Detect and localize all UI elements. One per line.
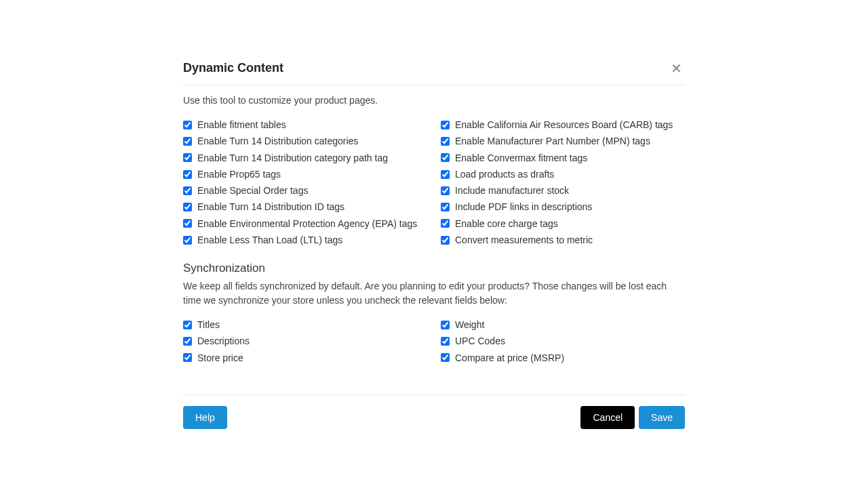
option-label[interactable]: Convert measurements to metric (455, 233, 593, 247)
save-button[interactable]: Save (639, 406, 685, 429)
sync-option-label[interactable]: Descriptions (197, 334, 250, 348)
options-column-right: Enable California Air Resources Board (C… (441, 118, 685, 249)
sync-option-row: Compare at price (MSRP) (441, 351, 685, 365)
option-row: Enable Convermax fitment tags (441, 151, 685, 165)
sync-description: We keep all fields synchronized by defau… (183, 279, 685, 307)
option-row: Enable Turn 14 Distribution categories (183, 134, 427, 148)
option-checkbox[interactable] (441, 153, 450, 162)
sync-option-checkbox[interactable] (183, 337, 192, 346)
option-label[interactable]: Enable California Air Resources Board (C… (455, 118, 673, 131)
option-checkbox[interactable] (441, 219, 450, 228)
options-grid: Enable fitment tablesEnable Turn 14 Dist… (183, 118, 685, 249)
sync-option-row: UPC Codes (441, 334, 685, 348)
dynamic-content-modal: Dynamic Content ✕ Use this tool to custo… (183, 61, 685, 429)
sync-option-checkbox[interactable] (441, 353, 450, 362)
option-row: Enable Manufacturer Part Number (MPN) ta… (441, 134, 685, 148)
option-row: Include manufacturer stock (441, 184, 685, 197)
modal-header: Dynamic Content ✕ (183, 61, 685, 85)
option-label[interactable]: Enable Less Than Load (LTL) tags (197, 233, 342, 247)
option-label[interactable]: Include PDF links in descriptions (455, 200, 592, 214)
sync-option-checkbox[interactable] (183, 321, 192, 329)
option-row: Enable Turn 14 Distribution category pat… (183, 151, 427, 165)
option-label[interactable]: Enable Turn 14 Distribution category pat… (197, 151, 388, 165)
option-row: Enable Prop65 tags (183, 167, 427, 181)
modal-footer: Help Cancel Save (183, 394, 685, 429)
option-checkbox[interactable] (441, 170, 450, 179)
option-row: Convert measurements to metric (441, 233, 685, 247)
option-label[interactable]: Enable fitment tables (197, 118, 286, 131)
option-label[interactable]: Include manufacturer stock (455, 184, 569, 197)
option-checkbox[interactable] (183, 203, 192, 211)
sync-option-label[interactable]: Store price (197, 351, 243, 365)
option-label[interactable]: Load products as drafts (455, 167, 554, 181)
option-checkbox[interactable] (183, 153, 192, 162)
option-checkbox[interactable] (183, 137, 192, 146)
option-row: Enable fitment tables (183, 118, 427, 131)
option-checkbox[interactable] (441, 203, 450, 211)
sync-option-checkbox[interactable] (441, 337, 450, 346)
option-checkbox[interactable] (183, 170, 192, 179)
options-column-left: Enable fitment tablesEnable Turn 14 Dist… (183, 118, 427, 249)
sync-title: Synchronization (183, 262, 685, 275)
option-label[interactable]: Enable Manufacturer Part Number (MPN) ta… (455, 134, 650, 148)
option-label[interactable]: Enable Special Order tags (197, 184, 308, 197)
sync-option-label[interactable]: Compare at price (MSRP) (455, 351, 564, 365)
sync-grid: TitlesDescriptionsStore price WeightUPC … (183, 318, 685, 367)
sync-option-row: Store price (183, 351, 427, 365)
sync-column-right: WeightUPC CodesCompare at price (MSRP) (441, 318, 685, 367)
sync-option-label[interactable]: Titles (197, 318, 220, 331)
option-checkbox[interactable] (183, 236, 192, 245)
close-icon: ✕ (671, 61, 682, 76)
option-label[interactable]: Enable Turn 14 Distribution ID tags (197, 200, 344, 214)
option-checkbox[interactable] (441, 186, 450, 195)
option-row: Enable Turn 14 Distribution ID tags (183, 200, 427, 214)
sync-option-row: Weight (441, 318, 685, 331)
help-button[interactable]: Help (183, 406, 227, 429)
option-checkbox[interactable] (183, 121, 192, 129)
modal-title: Dynamic Content (183, 61, 283, 75)
close-button[interactable]: ✕ (668, 62, 685, 75)
option-checkbox[interactable] (183, 219, 192, 228)
sync-option-checkbox[interactable] (183, 353, 192, 362)
option-label[interactable]: Enable core charge tags (455, 217, 558, 230)
option-row: Enable Environmental Protection Agency (… (183, 217, 427, 230)
sync-option-checkbox[interactable] (441, 321, 450, 329)
sync-column-left: TitlesDescriptionsStore price (183, 318, 427, 367)
option-checkbox[interactable] (441, 137, 450, 146)
option-label[interactable]: Enable Turn 14 Distribution categories (197, 134, 358, 148)
option-checkbox[interactable] (441, 236, 450, 245)
option-label[interactable]: Enable Convermax fitment tags (455, 151, 587, 165)
option-label[interactable]: Enable Environmental Protection Agency (… (197, 217, 417, 230)
option-row: Include PDF links in descriptions (441, 200, 685, 214)
intro-text: Use this tool to customize your product … (183, 95, 685, 106)
sync-option-row: Descriptions (183, 334, 427, 348)
sync-option-label[interactable]: UPC Codes (455, 334, 505, 348)
sync-option-row: Titles (183, 318, 427, 331)
option-row: Enable Less Than Load (LTL) tags (183, 233, 427, 247)
footer-right-buttons: Cancel Save (580, 406, 685, 429)
option-checkbox[interactable] (441, 121, 450, 129)
sync-option-label[interactable]: Weight (455, 318, 484, 331)
option-checkbox[interactable] (183, 186, 192, 195)
option-row: Enable Special Order tags (183, 184, 427, 197)
option-row: Load products as drafts (441, 167, 685, 181)
option-row: Enable California Air Resources Board (C… (441, 118, 685, 131)
cancel-button[interactable]: Cancel (580, 406, 635, 429)
option-row: Enable core charge tags (441, 217, 685, 230)
option-label[interactable]: Enable Prop65 tags (197, 167, 281, 181)
